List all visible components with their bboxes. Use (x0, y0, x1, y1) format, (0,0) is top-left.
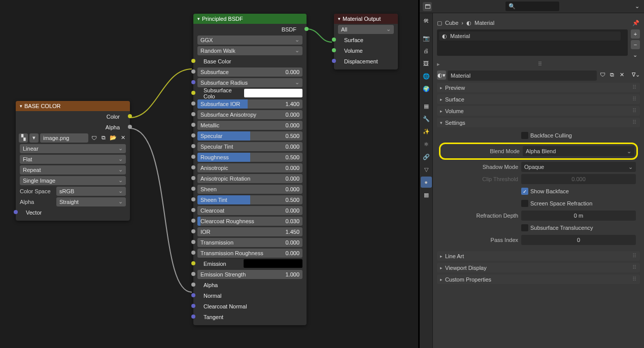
unlink-icon[interactable]: ✕ (119, 134, 127, 142)
slider-sheenTint[interactable]: Sheen Tint0.500 (197, 195, 302, 204)
tab-object[interactable]: ▦ (421, 100, 432, 112)
editor-type-icon[interactable]: 🗔 (423, 2, 432, 11)
slider-sheen[interactable]: Sheen0.000 (197, 185, 302, 194)
output-bsdf[interactable]: BSDF (282, 26, 302, 32)
pass-index-field[interactable]: 0 (521, 235, 636, 245)
tab-material[interactable]: ● (421, 177, 432, 188)
input-alpha[interactable]: Alpha (197, 282, 218, 288)
section-volume[interactable]: ▸Volume⠿ (437, 106, 640, 116)
target-dropdown[interactable]: All (338, 25, 394, 34)
fake-user-icon[interactable]: 🛡 (598, 71, 606, 79)
section-surface[interactable]: ▸Surface⠿ (437, 94, 640, 104)
tab-world[interactable]: 🌍 (421, 83, 432, 94)
slider-subsurfAniso[interactable]: Subsurface Anisotropy0.000 (197, 110, 302, 119)
shadow-mode-dropdown[interactable]: Opaque (521, 162, 636, 172)
sss-translucency-checkbox[interactable] (521, 224, 528, 231)
colorspace-dropdown[interactable]: sRGB (56, 187, 126, 196)
node-header[interactable]: ▾ Principled BSDF (193, 14, 307, 24)
tab-render[interactable]: 📷 (421, 32, 432, 44)
input-tangent[interactable]: Tangent (197, 314, 223, 320)
distribution-dropdown[interactable]: GGX (197, 36, 302, 45)
tab-viewlayer[interactable]: 🖼 (421, 58, 432, 69)
unlink-icon[interactable]: ✕ (618, 71, 626, 79)
image-browse-icon[interactable]: ▚ (19, 133, 28, 143)
tab-scene[interactable]: 🌐 (421, 71, 432, 82)
swatch-subsurfColor[interactable] (244, 89, 302, 97)
node-image-texture[interactable]: ▾ BASE COLOR Color Alpha ▚ ▾ image.png 🛡… (16, 101, 130, 221)
material-browse-icon[interactable]: ◐▾ (437, 71, 446, 80)
breadcrumb-material[interactable]: Material (474, 20, 494, 26)
node-principled-bsdf[interactable]: ▾ Principled BSDF BSDF GGX Random Walk B… (193, 14, 307, 325)
options-icon[interactable]: ⌄ (633, 3, 641, 11)
slider-roughness[interactable]: Roughness0.500 (197, 153, 302, 162)
tab-data[interactable]: ▽ (421, 164, 432, 175)
slider-aniso[interactable]: Anisotropic0.000 (197, 163, 302, 172)
tab-constraints[interactable]: 🔗 (421, 151, 432, 162)
slider-ccRough[interactable]: Clearcoat Roughness0.030 (197, 217, 302, 226)
slider-subsurfIOR[interactable]: Subsurface IOR1.400 (197, 99, 302, 109)
slider-metallic[interactable]: Metallic0.000 (197, 121, 302, 130)
slider-transmission[interactable]: Transmission0.000 (197, 238, 302, 247)
node-material-output[interactable]: ▾ Material Output All Surface Volume Dis… (334, 14, 398, 69)
node-header[interactable]: ▾ BASE COLOR (16, 101, 130, 111)
slider-anisoRot[interactable]: Anisotropic Rotation0.000 (197, 174, 302, 183)
section-preview[interactable]: ▸Preview⠿ (437, 83, 640, 92)
slider-emissionStr[interactable]: Emission Strength1.000 (197, 270, 302, 279)
material-slot[interactable]: ◐ Material (438, 31, 621, 41)
fake-user-icon[interactable]: 🛡 (90, 134, 98, 142)
projection-dropdown[interactable]: Flat (20, 155, 126, 164)
tab-particles[interactable]: ✨ (421, 126, 432, 137)
output-alpha[interactable]: Alpha (106, 124, 126, 130)
blend-mode-dropdown[interactable]: Alpha Blend (523, 146, 634, 156)
section-viewport[interactable]: ▸Viewport Display⠿ (437, 263, 640, 272)
input-surface[interactable]: Surface (338, 37, 363, 43)
add-slot-button[interactable]: + (631, 29, 640, 39)
new-image-icon[interactable]: ▾ (29, 133, 39, 143)
output-color[interactable]: Color (107, 114, 126, 120)
slot-menu-icon[interactable]: ⌄ (631, 51, 639, 59)
swatch-emission[interactable] (244, 259, 302, 268)
alphamode-dropdown[interactable]: Straight (56, 197, 126, 206)
dropdown-subsurfRadius[interactable]: Subsurface Radius (197, 78, 302, 87)
input-normal[interactable]: Normal (197, 293, 221, 299)
breadcrumb-object[interactable]: Cube (445, 20, 458, 26)
interpolation-dropdown[interactable]: Linear (20, 144, 126, 153)
slider-transRough[interactable]: Transmission Roughness0.000 (197, 249, 302, 258)
input-displacement[interactable]: Displacement (338, 58, 378, 64)
tab-physics[interactable]: ⚛ (421, 138, 432, 150)
section-custom[interactable]: ▸Custom Properties⠿ (437, 274, 640, 284)
duplicate-icon[interactable]: ⧉ (608, 71, 616, 79)
extension-dropdown[interactable]: Repeat (20, 165, 126, 175)
backface-culling-checkbox[interactable] (521, 132, 528, 139)
node-editor[interactable]: ▾ BASE COLOR Color Alpha ▚ ▾ image.png 🛡… (0, 0, 418, 348)
tab-texture[interactable]: ▩ (421, 189, 432, 200)
material-name-field[interactable]: Material (448, 71, 597, 81)
subsurface-method-dropdown[interactable]: Random Walk (197, 46, 302, 55)
pin-icon[interactable]: 📌 (632, 19, 640, 27)
slider-clearcoat[interactable]: Clearcoat0.000 (197, 206, 302, 215)
slider-subsurface[interactable]: Subsurface0.000 (197, 67, 302, 77)
tab-output[interactable]: 🖨 (421, 45, 432, 56)
remove-slot-button[interactable]: − (631, 40, 640, 49)
tab-modifiers[interactable]: 🔧 (421, 113, 432, 124)
slider-specular[interactable]: Specular0.500 (197, 131, 302, 141)
image-name-field[interactable]: image.png (40, 133, 88, 143)
slider-ior[interactable]: IOR1.450 (197, 227, 302, 236)
input-ccNormal[interactable]: Clearcoat Normal (197, 303, 247, 309)
input-baseColor[interactable]: Base Color (197, 58, 231, 64)
properties-search[interactable]: 🔍 (505, 2, 559, 11)
ssr-checkbox[interactable] (521, 200, 528, 207)
duplicate-icon[interactable]: ⧉ (99, 134, 108, 142)
source-dropdown[interactable]: Single Image (20, 176, 126, 185)
grip-icon[interactable]: ⠿ (440, 61, 640, 67)
section-settings[interactable]: ▾Settings⠿ (437, 118, 640, 127)
input-volume[interactable]: Volume (338, 48, 363, 54)
input-vector[interactable]: Vector (20, 210, 42, 216)
tab-tool[interactable]: 🛠 (421, 15, 432, 26)
show-backface-checkbox[interactable]: ✓ (521, 188, 528, 195)
slider-specTint[interactable]: Specular Tint0.000 (197, 142, 302, 151)
material-slot-list[interactable]: ◐ Material (437, 29, 628, 56)
node-header[interactable]: ▾ Material Output (334, 14, 398, 24)
filter-icon[interactable]: ∇⌄ (632, 71, 640, 79)
refraction-depth-field[interactable]: 0 m (521, 211, 636, 221)
